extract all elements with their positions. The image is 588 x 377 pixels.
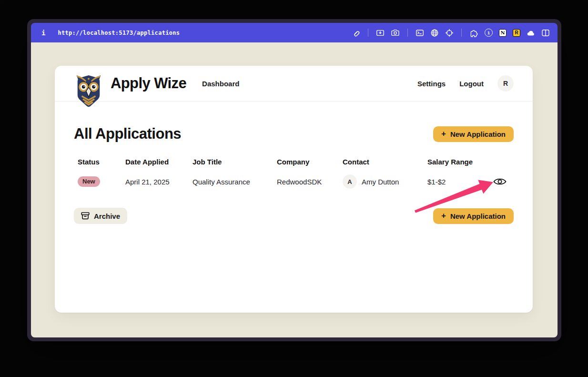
new-application-label: New Application (450, 212, 506, 220)
browser-toolbar: i http://localhost:5173/applications (31, 23, 558, 42)
brand-logo-link[interactable]: Apply Wize (74, 67, 186, 100)
nav-settings[interactable]: Settings (417, 80, 446, 88)
view-application-button[interactable] (492, 176, 514, 187)
contact-avatar: A (343, 174, 357, 189)
nav-logout[interactable]: Logout (459, 80, 484, 88)
user-avatar[interactable]: R (497, 75, 514, 92)
info-icon: i (41, 29, 45, 37)
contact-name: Amy Dutton (362, 178, 399, 186)
table-row: New April 21, 2025 Quality Assurance Red… (78, 174, 514, 189)
terminal-icon[interactable] (416, 29, 424, 37)
split-view-icon[interactable] (541, 29, 550, 37)
r-glyph: R (515, 30, 518, 35)
archive-button[interactable]: Archive (74, 208, 127, 224)
cell-job-title: Quality Assurance (193, 178, 277, 186)
new-application-button-bottom[interactable]: + New Application (433, 208, 514, 224)
cell-salary-range: $1-$2 (427, 178, 492, 186)
col-contact: Contact (343, 158, 427, 166)
onepassword-icon[interactable]: 1 (485, 29, 493, 37)
globe-icon[interactable] (430, 29, 439, 37)
table-header-row: Status Date Applied Job Title Company Co… (78, 158, 514, 166)
col-status: Status (78, 158, 125, 166)
toolbar-separator (407, 29, 408, 37)
brand-name: Apply Wize (111, 75, 186, 92)
extensions-icon[interactable] (469, 28, 478, 37)
col-salary-range: Salary Range (427, 158, 492, 166)
page-background: Apply Wize Dashboard Settings Logout R A… (31, 42, 558, 337)
archive-label: Archive (94, 212, 120, 220)
page-title: All Applications (74, 123, 181, 144)
cell-contact: A Amy Dutton (343, 174, 427, 189)
app-card: Apply Wize Dashboard Settings Logout R A… (55, 66, 533, 313)
nav-dashboard[interactable]: Dashboard (202, 80, 239, 88)
toolbar-separator (461, 29, 462, 37)
eye-icon (493, 177, 507, 186)
notion-glyph: N (500, 30, 505, 35)
col-company: Company (277, 158, 343, 166)
cell-date-applied: April 21, 2025 (125, 178, 193, 186)
col-date-applied: Date Applied (125, 158, 193, 166)
browser-window: i http://localhost:5173/applications (27, 19, 561, 341)
owl-logo-icon (74, 74, 103, 108)
applications-table: Status Date Applied Job Title Company Co… (78, 158, 514, 189)
camera-icon[interactable] (391, 29, 400, 37)
toolbar-separator (368, 29, 368, 37)
notion-icon[interactable]: N (499, 29, 507, 37)
new-application-button-top[interactable]: + New Application (433, 126, 514, 142)
app-header: Apply Wize Dashboard Settings Logout R (55, 66, 533, 102)
cloud-icon[interactable] (527, 29, 535, 37)
r-extension-icon[interactable]: R (513, 29, 520, 37)
plus-icon: + (441, 212, 446, 220)
cell-company: RedwoodSDK (277, 178, 343, 186)
col-job-title: Job Title (193, 158, 277, 166)
onepassword-glyph: 1 (487, 31, 490, 35)
screenshot-icon[interactable] (376, 29, 385, 37)
status-badge: New (78, 176, 100, 187)
url-bar[interactable]: http://localhost:5173/applications (58, 30, 180, 36)
archive-icon (81, 212, 90, 220)
plus-icon: + (441, 130, 446, 138)
new-application-label: New Application (450, 130, 506, 138)
crosshair-icon[interactable] (445, 29, 454, 37)
link-icon[interactable] (352, 29, 360, 37)
